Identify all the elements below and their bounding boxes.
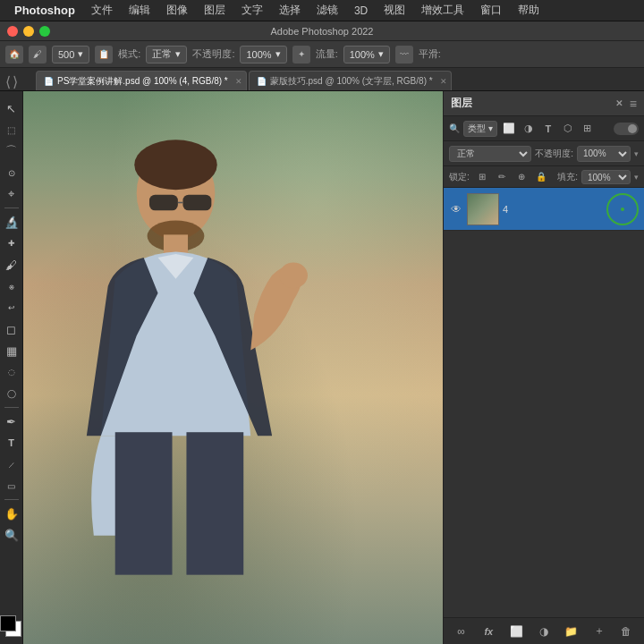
menu-edit[interactable]: 编辑	[122, 1, 157, 20]
layers-filter-type-dropdown[interactable]: 类型 ▾	[463, 121, 497, 137]
menu-layer[interactable]: 图层	[197, 1, 233, 20]
mode-dropdown[interactable]: 正常 ▾	[146, 46, 187, 64]
filter-adjust-icon[interactable]: ◑	[521, 121, 537, 137]
lock-move-icon[interactable]: 🔒	[534, 170, 548, 184]
opacity-dropdown[interactable]: 100% ▾	[240, 46, 286, 64]
opacity-select[interactable]: 100%	[577, 146, 631, 162]
window-minimize-button[interactable]	[23, 26, 34, 37]
layer-visibility-toggle[interactable]: 👁	[449, 202, 463, 216]
layer-new-icon[interactable]: ＋	[590, 623, 608, 640]
flow-value: 100%	[350, 49, 375, 60]
filter-toggle[interactable]	[614, 123, 639, 135]
filter-shape-icon[interactable]: ⬡	[560, 121, 576, 137]
brush-size-chevron: ▾	[78, 48, 83, 60]
airbrush-icon[interactable]: ✦	[292, 46, 310, 64]
brush-icon[interactable]: 🖌	[2, 255, 21, 275]
brush-preset-icon[interactable]: 📋	[95, 46, 113, 64]
quick-select-icon[interactable]: ⊙	[2, 163, 21, 182]
zoom-tool-icon[interactable]: 🔍	[2, 525, 21, 545]
layer-group-icon[interactable]: 📁	[563, 623, 580, 640]
options-bar: 🏠 🖌 500 ▾ 📋 模式: 正常 ▾ 不透明度: 100% ▾ ✦ 流量: …	[0, 41, 644, 68]
svg-point-8	[280, 262, 309, 288]
eraser-icon[interactable]: ◻	[2, 319, 21, 339]
menu-help[interactable]: 帮助	[511, 1, 547, 20]
fill-select[interactable]: 100%	[581, 170, 631, 184]
tab-active[interactable]: 📄 PS学堂案例讲解.psd @ 100% (4, RGB/8) * ✕	[36, 71, 247, 90]
tab-inactive[interactable]: 📄 蒙版技巧.psd @ 100% (文字层, RGB/8) * ✕	[249, 71, 452, 90]
lock-artboard-icon[interactable]: ⊕	[514, 170, 529, 184]
tab-close-active[interactable]: ✕	[235, 77, 242, 86]
menu-window[interactable]: 窗口	[473, 1, 509, 20]
smoothing-icon[interactable]: 〰	[395, 46, 413, 64]
layers-search-bar: 🔍 类型 ▾ ⬜ ◑ T ⬡ ⊞	[444, 116, 644, 141]
layers-panel-close[interactable]: ✕	[614, 97, 624, 110]
window-close-button[interactable]	[7, 26, 18, 37]
move-tool-icon[interactable]: ↖	[2, 98, 21, 118]
window-maximize-button[interactable]	[39, 26, 50, 37]
panel-collapse-icon[interactable]: ⟨	[5, 73, 11, 90]
menu-text[interactable]: 文字	[234, 1, 270, 20]
window-title: Adobe Photoshop 2022	[271, 26, 374, 37]
foreground-color-swatch[interactable]	[0, 615, 16, 631]
flow-dropdown[interactable]: 100% ▾	[343, 46, 390, 64]
panel-expand-icon[interactable]: ⟩	[13, 73, 18, 90]
svg-rect-9	[115, 432, 173, 574]
opacity-chevron: ▾	[275, 48, 281, 60]
blending-mode-select[interactable]: 正常	[449, 146, 531, 162]
menu-3d[interactable]: 3D	[347, 3, 375, 19]
layer-effects-icon[interactable]: fx	[479, 623, 497, 640]
filter-smart-icon[interactable]: ⊞	[580, 121, 596, 137]
toolbar-separator-2	[4, 407, 19, 408]
layer-adjustment-icon[interactable]: ◑	[535, 623, 553, 640]
path-select-icon[interactable]: ⟋	[2, 454, 21, 474]
window-controls	[7, 26, 50, 37]
lock-label: 锁定:	[449, 171, 470, 183]
svg-rect-4	[183, 194, 212, 210]
fill-chevron-icon: ▾	[634, 173, 639, 182]
layer-link-icon[interactable]: ∞	[452, 623, 470, 640]
color-swatches[interactable]	[0, 615, 23, 639]
menu-image[interactable]: 图像	[159, 1, 195, 20]
tab-bar: ⟨ ⟩ 📄 PS学堂案例讲解.psd @ 100% (4, RGB/8) * ✕…	[0, 68, 644, 91]
layers-filter-type-value: 类型	[468, 123, 486, 133]
lasso-tool-icon[interactable]: ⌒	[2, 141, 21, 161]
menu-plugins[interactable]: 增效工具	[414, 1, 471, 20]
flow-chevron: ▾	[378, 48, 384, 60]
healing-brush-icon[interactable]: ✚	[2, 233, 21, 253]
eyedropper-icon[interactable]: 🔬	[2, 212, 21, 232]
canvas-area[interactable]	[23, 91, 443, 644]
layer-mask-icon[interactable]: ⬜	[507, 623, 525, 640]
home-icon[interactable]: 🏠	[5, 46, 23, 64]
filter-pixel-icon[interactable]: ⬜	[501, 121, 517, 137]
dodge-icon[interactable]: ◯	[2, 384, 21, 403]
crop-tool-icon[interactable]: ⌖	[2, 184, 21, 204]
clone-stamp-icon[interactable]: ⎈	[2, 276, 21, 296]
shape-tool-icon[interactable]: ▭	[2, 476, 21, 496]
type-tool-icon[interactable]: T	[2, 433, 21, 453]
history-brush-icon[interactable]: ↩	[2, 298, 21, 318]
tab-close-inactive[interactable]: ✕	[440, 77, 447, 86]
gradient-icon[interactable]: ▦	[2, 341, 21, 360]
menu-select[interactable]: 选择	[272, 1, 308, 20]
smooth-label: 平滑:	[419, 47, 441, 61]
menu-file[interactable]: 文件	[84, 1, 120, 20]
filter-text-icon[interactable]: T	[540, 121, 556, 137]
pen-tool-icon[interactable]: ✒	[2, 411, 21, 431]
brush-size-dropdown[interactable]: 500 ▾	[52, 46, 89, 64]
menu-filter[interactable]: 滤镜	[309, 1, 345, 20]
opacity-value: 100%	[246, 49, 271, 60]
menu-view[interactable]: 视图	[377, 1, 412, 20]
person-svg	[44, 108, 329, 628]
main-area: ↖ ⬚ ⌒ ⊙ ⌖ 🔬 ✚ 🖌 ⎈ ↩ ◻ ▦ ◌ ◯ ✒ T ⟋ ▭ ✋ 🔍	[0, 91, 644, 644]
brush-tool-icon[interactable]: 🖌	[29, 46, 47, 64]
lock-pixels-icon[interactable]: ⊞	[475, 170, 489, 184]
layer-row[interactable]: 👁 4	[444, 188, 644, 231]
opacity-chevron-icon: ▾	[634, 149, 639, 158]
lock-paint-icon[interactable]: ✏	[495, 170, 509, 184]
hand-tool-icon[interactable]: ✋	[2, 504, 21, 523]
svg-rect-3	[149, 194, 178, 210]
layers-panel-menu[interactable]: ≡	[630, 97, 637, 111]
layer-delete-icon[interactable]: 🗑	[617, 623, 635, 640]
marquee-tool-icon[interactable]: ⬚	[2, 120, 21, 140]
blur-icon[interactable]: ◌	[2, 362, 21, 382]
